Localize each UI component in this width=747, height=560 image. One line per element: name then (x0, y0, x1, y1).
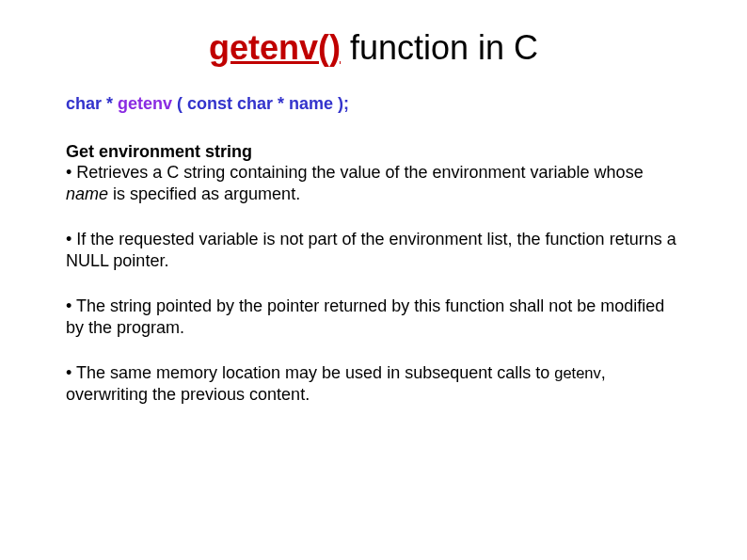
section-heading: Get environment string (66, 142, 681, 162)
bullet-4-code: getenv (554, 364, 601, 381)
bullet-1-text-b: is specified as argument. (108, 184, 300, 203)
function-signature: char * getenv ( const char * name ); (66, 94, 681, 114)
bullet-4: • The same memory location may be used i… (66, 362, 681, 405)
bullet-2: • If the requested variable is not part … (66, 229, 681, 271)
bullet-4-text-a: The same memory location may be used in … (76, 363, 554, 382)
signature-function-name: getenv (118, 94, 172, 113)
title-function-name: getenv() (209, 28, 341, 67)
paragraph-1: Get environment string • Retrieves a C s… (66, 142, 681, 204)
bullet-3-text: The string pointed by the pointer return… (66, 296, 664, 337)
bullet-3: • The string pointed by the pointer retu… (66, 296, 681, 338)
slide-title: getenv() function in C (66, 28, 681, 68)
signature-prefix: char * (66, 94, 118, 113)
slide: getenv() function in C char * getenv ( c… (0, 0, 747, 560)
bullet-1: • Retrieves a C string containing the va… (66, 162, 681, 204)
signature-suffix: ( const char * name ); (172, 94, 349, 113)
title-suffix: function in C (341, 28, 538, 67)
bullet-2-text: If the requested variable is not part of… (66, 230, 676, 270)
bullet-1-italic: name (66, 184, 108, 203)
bullet-1-text-a: Retrieves a C string containing the valu… (76, 163, 643, 182)
